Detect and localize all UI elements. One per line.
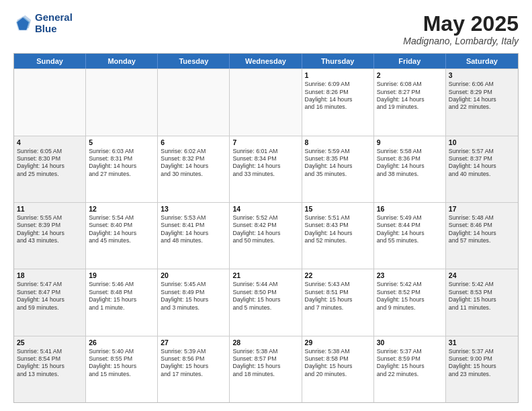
day-cell-23: 23Sunrise: 5:42 AM Sunset: 8:52 PM Dayli…: [374, 269, 446, 335]
day-cell-13: 13Sunrise: 5:53 AM Sunset: 8:41 PM Dayli…: [158, 203, 230, 269]
day-number: 15: [305, 205, 371, 213]
cell-text: Sunrise: 5:43 AM Sunset: 8:51 PM Dayligh…: [305, 281, 371, 312]
day-number: 30: [377, 338, 443, 347]
cell-text: Sunrise: 5:45 AM Sunset: 8:49 PM Dayligh…: [161, 281, 226, 312]
calendar-row-3: 11Sunrise: 5:55 AM Sunset: 8:39 PM Dayli…: [14, 202, 518, 269]
day-number: 8: [305, 138, 371, 146]
day-cell-2: 2Sunrise: 6:08 AM Sunset: 8:27 PM Daylig…: [374, 69, 446, 135]
cell-text: Sunrise: 5:39 AM Sunset: 8:56 PM Dayligh…: [161, 348, 226, 379]
day-number: 4: [17, 138, 83, 146]
day-number: 7: [232, 138, 298, 146]
day-cell-8: 8Sunrise: 5:59 AM Sunset: 8:35 PM Daylig…: [302, 136, 374, 202]
day-cell-10: 10Sunrise: 5:57 AM Sunset: 8:37 PM Dayli…: [446, 136, 518, 202]
day-cell-12: 12Sunrise: 5:54 AM Sunset: 8:40 PM Dayli…: [86, 203, 158, 269]
day-cell-19: 19Sunrise: 5:46 AM Sunset: 8:48 PM Dayli…: [86, 269, 158, 335]
cell-text: Sunrise: 5:37 AM Sunset: 9:00 PM Dayligh…: [449, 348, 515, 379]
day-cell-16: 16Sunrise: 5:49 AM Sunset: 8:44 PM Dayli…: [374, 203, 446, 269]
cell-text: Sunrise: 5:48 AM Sunset: 8:46 PM Dayligh…: [449, 214, 515, 245]
title-block: May 2025 Madignano, Lombardy, Italy: [403, 12, 519, 46]
calendar-header: SundayMondayTuesdayWednesdayThursdayFrid…: [14, 54, 518, 68]
cell-text: Sunrise: 6:03 AM Sunset: 8:31 PM Dayligh…: [89, 148, 154, 179]
logo-line1: General: [35, 12, 73, 24]
day-cell-31: 31Sunrise: 5:37 AM Sunset: 9:00 PM Dayli…: [446, 336, 518, 402]
cell-text: Sunrise: 6:01 AM Sunset: 8:34 PM Dayligh…: [232, 148, 298, 179]
header-day-monday: Monday: [86, 54, 158, 68]
day-number: 27: [161, 338, 226, 347]
cell-text: Sunrise: 5:47 AM Sunset: 8:47 PM Dayligh…: [17, 281, 83, 312]
page: General Blue May 2025 Madignano, Lombard…: [0, 0, 532, 411]
logo: General Blue: [13, 12, 73, 34]
cell-text: Sunrise: 5:55 AM Sunset: 8:39 PM Dayligh…: [17, 214, 83, 245]
month-title: May 2025: [403, 12, 519, 36]
day-number: 29: [305, 338, 371, 347]
cell-text: Sunrise: 5:46 AM Sunset: 8:48 PM Dayligh…: [89, 281, 154, 312]
header-day-sunday: Sunday: [14, 54, 86, 68]
location-title: Madignano, Lombardy, Italy: [403, 36, 519, 46]
cell-text: Sunrise: 6:02 AM Sunset: 8:32 PM Dayligh…: [161, 148, 226, 179]
cell-text: Sunrise: 6:09 AM Sunset: 8:26 PM Dayligh…: [305, 81, 371, 111]
day-number: 5: [89, 138, 154, 146]
day-number: 13: [161, 205, 226, 213]
day-cell-15: 15Sunrise: 5:51 AM Sunset: 8:43 PM Dayli…: [302, 203, 374, 269]
day-number: 20: [161, 271, 226, 279]
cell-text: Sunrise: 5:40 AM Sunset: 8:55 PM Dayligh…: [89, 348, 154, 379]
cell-text: Sunrise: 6:05 AM Sunset: 8:30 PM Dayligh…: [17, 148, 83, 179]
day-number: 23: [377, 271, 443, 279]
day-number: 9: [377, 138, 443, 146]
header: General Blue May 2025 Madignano, Lombard…: [13, 12, 519, 46]
day-cell-27: 27Sunrise: 5:39 AM Sunset: 8:56 PM Dayli…: [158, 336, 230, 402]
day-cell-4: 4Sunrise: 6:05 AM Sunset: 8:30 PM Daylig…: [14, 136, 86, 202]
header-day-tuesday: Tuesday: [158, 54, 230, 68]
day-number: 11: [17, 205, 83, 213]
day-number: 2: [377, 71, 443, 79]
calendar-row-1: 1Sunrise: 6:09 AM Sunset: 8:26 PM Daylig…: [14, 68, 518, 135]
day-cell-17: 17Sunrise: 5:48 AM Sunset: 8:46 PM Dayli…: [446, 203, 518, 269]
calendar-body: 1Sunrise: 6:09 AM Sunset: 8:26 PM Daylig…: [14, 68, 518, 402]
day-cell-18: 18Sunrise: 5:47 AM Sunset: 8:47 PM Dayli…: [14, 269, 86, 335]
day-cell-11: 11Sunrise: 5:55 AM Sunset: 8:39 PM Dayli…: [14, 203, 86, 269]
day-number: 26: [89, 338, 154, 347]
day-cell-1: 1Sunrise: 6:09 AM Sunset: 8:26 PM Daylig…: [302, 69, 374, 135]
logo-text: General Blue: [35, 12, 73, 34]
day-number: 10: [449, 138, 515, 146]
cell-text: Sunrise: 5:54 AM Sunset: 8:40 PM Dayligh…: [89, 214, 154, 245]
cell-text: Sunrise: 5:44 AM Sunset: 8:50 PM Dayligh…: [232, 281, 298, 312]
cell-text: Sunrise: 6:06 AM Sunset: 8:29 PM Dayligh…: [449, 81, 515, 111]
day-number: 25: [17, 338, 83, 347]
cell-text: Sunrise: 5:51 AM Sunset: 8:43 PM Dayligh…: [305, 214, 371, 245]
calendar-row-4: 18Sunrise: 5:47 AM Sunset: 8:47 PM Dayli…: [14, 269, 518, 335]
header-day-friday: Friday: [374, 54, 446, 68]
day-cell-21: 21Sunrise: 5:44 AM Sunset: 8:50 PM Dayli…: [230, 269, 302, 335]
cell-text: Sunrise: 6:08 AM Sunset: 8:27 PM Dayligh…: [377, 81, 443, 111]
header-day-thursday: Thursday: [302, 54, 374, 68]
cell-text: Sunrise: 5:37 AM Sunset: 8:59 PM Dayligh…: [377, 348, 443, 379]
calendar: SundayMondayTuesdayWednesdayThursdayFrid…: [13, 53, 519, 403]
cell-text: Sunrise: 5:42 AM Sunset: 8:53 PM Dayligh…: [449, 281, 515, 312]
day-cell-7: 7Sunrise: 6:01 AM Sunset: 8:34 PM Daylig…: [230, 136, 302, 202]
day-cell-25: 25Sunrise: 5:41 AM Sunset: 8:54 PM Dayli…: [14, 336, 86, 402]
cell-text: Sunrise: 5:53 AM Sunset: 8:41 PM Dayligh…: [161, 214, 226, 245]
cell-text: Sunrise: 5:59 AM Sunset: 8:35 PM Dayligh…: [305, 148, 371, 179]
day-cell-30: 30Sunrise: 5:37 AM Sunset: 8:59 PM Dayli…: [374, 336, 446, 402]
day-cell-29: 29Sunrise: 5:38 AM Sunset: 8:58 PM Dayli…: [302, 336, 374, 402]
empty-cell: [14, 69, 86, 135]
empty-cell: [86, 69, 158, 135]
day-cell-5: 5Sunrise: 6:03 AM Sunset: 8:31 PM Daylig…: [86, 136, 158, 202]
cell-text: Sunrise: 5:41 AM Sunset: 8:54 PM Dayligh…: [17, 348, 83, 379]
calendar-row-2: 4Sunrise: 6:05 AM Sunset: 8:30 PM Daylig…: [14, 136, 518, 202]
day-number: 3: [449, 71, 515, 79]
day-cell-20: 20Sunrise: 5:45 AM Sunset: 8:49 PM Dayli…: [158, 269, 230, 335]
day-number: 31: [449, 338, 515, 347]
cell-text: Sunrise: 5:57 AM Sunset: 8:37 PM Dayligh…: [449, 148, 515, 179]
day-number: 12: [89, 205, 154, 213]
header-day-saturday: Saturday: [446, 54, 518, 68]
empty-cell: [158, 69, 230, 135]
logo-line2: Blue: [35, 24, 73, 35]
cell-text: Sunrise: 5:38 AM Sunset: 8:57 PM Dayligh…: [232, 348, 298, 379]
day-number: 16: [377, 205, 443, 213]
day-cell-14: 14Sunrise: 5:52 AM Sunset: 8:42 PM Dayli…: [230, 203, 302, 269]
day-cell-6: 6Sunrise: 6:02 AM Sunset: 8:32 PM Daylig…: [158, 136, 230, 202]
day-cell-26: 26Sunrise: 5:40 AM Sunset: 8:55 PM Dayli…: [86, 336, 158, 402]
day-cell-3: 3Sunrise: 6:06 AM Sunset: 8:29 PM Daylig…: [446, 69, 518, 135]
day-cell-22: 22Sunrise: 5:43 AM Sunset: 8:51 PM Dayli…: [302, 269, 374, 335]
